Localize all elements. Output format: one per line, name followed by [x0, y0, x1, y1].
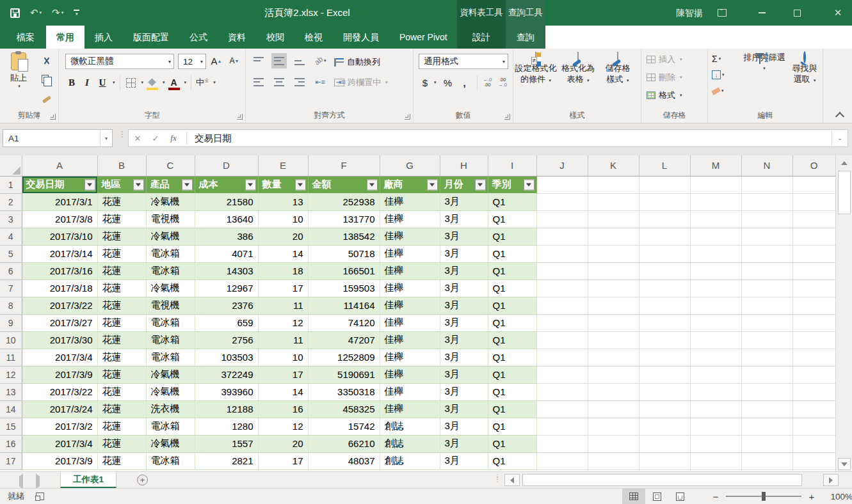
empty-cell[interactable] [588, 349, 639, 366]
empty-cell[interactable] [639, 349, 690, 366]
cell-D9[interactable]: 659 [195, 314, 258, 331]
cell-F4[interactable]: 138542 [308, 228, 380, 245]
empty-cell[interactable] [639, 262, 690, 280]
cell-G2[interactable]: 佳櫸 [380, 193, 440, 210]
cell-C4[interactable]: 冷氣機 [146, 228, 195, 245]
accounting-format-button[interactable]: $ [419, 75, 431, 90]
empty-cell[interactable] [690, 349, 741, 366]
empty-cell[interactable] [792, 418, 835, 435]
zoom-slider-thumb[interactable] [762, 492, 766, 501]
cell-E12[interactable]: 17 [258, 366, 308, 383]
empty-cell[interactable] [536, 400, 588, 418]
empty-cell[interactable] [741, 176, 792, 193]
empty-cell[interactable] [792, 331, 835, 349]
number-dialog-launcher-icon[interactable] [504, 114, 510, 120]
cell-B6[interactable]: 花蓮 [97, 262, 146, 280]
paste-dropdown-icon[interactable]: ▾ [5, 84, 33, 89]
cell-G3[interactable]: 佳櫸 [380, 210, 440, 228]
redo-button[interactable]: ↷▾ [52, 7, 63, 19]
name-box[interactable]: A1 ▾ [3, 129, 113, 147]
find-select-button[interactable]: 尋找與 選取 ▾ [789, 52, 821, 86]
empty-cell[interactable] [792, 400, 835, 418]
filter-dropdown-icon[interactable] [367, 179, 378, 190]
empty-cell[interactable] [690, 400, 741, 418]
cell-B2[interactable]: 花蓮 [97, 193, 146, 210]
cell-A17[interactable]: 2017/3/9 [22, 452, 97, 469]
cell-I10[interactable]: Q1 [488, 331, 536, 349]
cell-D15[interactable]: 1280 [195, 418, 258, 435]
cell-E6[interactable]: 18 [258, 262, 308, 280]
tab-query[interactable]: 查詢 [506, 26, 545, 49]
cell-H10[interactable]: 3月 [440, 331, 488, 349]
cell-E2[interactable]: 13 [258, 193, 308, 210]
empty-cell[interactable] [536, 280, 588, 297]
normal-view-button[interactable] [622, 489, 645, 504]
cell-A12[interactable]: 2017/3/9 [22, 366, 97, 383]
cell-G9[interactable]: 佳櫸 [380, 314, 440, 331]
cell-F17[interactable]: 48037 [308, 452, 380, 469]
cell-D10[interactable]: 2756 [195, 331, 258, 349]
cell-E15[interactable]: 12 [258, 418, 308, 435]
align-middle-button[interactable] [271, 53, 287, 68]
format-cells-button[interactable]: 格式▾ [647, 90, 682, 101]
column-header-M[interactable]: M [690, 155, 741, 176]
cell-H13[interactable]: 3月 [440, 383, 488, 400]
cell-C12[interactable]: 冷氣機 [146, 366, 195, 383]
copy-button[interactable]: ▾ [37, 72, 56, 86]
empty-cell[interactable] [741, 418, 792, 435]
zoom-percentage[interactable]: 100% [826, 492, 852, 501]
cell-E10[interactable]: 11 [258, 331, 308, 349]
cell-D2[interactable]: 21580 [195, 193, 258, 210]
empty-cell[interactable] [588, 452, 639, 469]
cell-E9[interactable]: 12 [258, 314, 308, 331]
cell-E13[interactable]: 14 [258, 383, 308, 400]
cell-C11[interactable]: 電冰箱 [146, 349, 195, 366]
cell-A8[interactable]: 2017/3/22 [22, 297, 97, 314]
empty-cell[interactable] [792, 176, 835, 193]
cell-G6[interactable]: 佳櫸 [380, 262, 440, 280]
empty-cell[interactable] [536, 418, 588, 435]
cell-F15[interactable]: 15742 [308, 418, 380, 435]
empty-cell[interactable] [536, 262, 588, 280]
cell-C16[interactable]: 冷氣機 [146, 435, 195, 452]
empty-cell[interactable] [741, 331, 792, 349]
empty-cell[interactable] [792, 349, 835, 366]
table-header-cell-1[interactable]: 地區 [97, 176, 146, 193]
column-header-L[interactable]: L [639, 155, 690, 176]
zoom-in-button[interactable]: + [805, 491, 818, 502]
cell-B16[interactable]: 花蓮 [97, 435, 146, 452]
fill-button[interactable]: ↓▾ [712, 68, 725, 81]
cell-D13[interactable]: 393960 [195, 383, 258, 400]
name-box-dropdown-icon[interactable]: ▾ [100, 130, 112, 146]
font-name-combo[interactable]: 微軟正黑體▾ [65, 54, 174, 69]
empty-cell[interactable] [588, 314, 639, 331]
cell-D7[interactable]: 12967 [195, 280, 258, 297]
empty-cell[interactable] [588, 297, 639, 314]
sheet-nav-next-icon[interactable] [36, 476, 40, 486]
cell-C15[interactable]: 電冰箱 [146, 418, 195, 435]
empty-cell[interactable] [536, 435, 588, 452]
empty-cell[interactable] [741, 245, 792, 262]
collapse-ribbon-icon[interactable] [837, 111, 843, 118]
tab-design[interactable]: 設計 [457, 26, 506, 49]
cell-I9[interactable]: Q1 [488, 314, 536, 331]
cell-G14[interactable]: 佳櫸 [380, 400, 440, 418]
sort-filter-button[interactable]: AZ 排序與篩選 ▾ [741, 52, 787, 74]
cell-I13[interactable]: Q1 [488, 383, 536, 400]
empty-cell[interactable] [741, 280, 792, 297]
empty-cell[interactable] [639, 245, 690, 262]
table-header-cell-8[interactable]: 季別 [488, 176, 536, 193]
minimize-button[interactable] [748, 0, 776, 26]
column-header-B[interactable]: B [97, 155, 146, 176]
empty-cell[interactable] [741, 262, 792, 280]
row-header-17[interactable]: 17 [0, 452, 22, 469]
cell-A13[interactable]: 2017/3/22 [22, 383, 97, 400]
share-button[interactable]: 共用 [803, 26, 832, 49]
formula-bar-grip[interactable]: ⋮ [118, 132, 126, 136]
font-color-dropdown-icon[interactable]: ▾ [184, 80, 187, 85]
empty-cell[interactable] [536, 366, 588, 383]
vertical-scroll-thumb[interactable] [838, 171, 851, 214]
cell-B10[interactable]: 花蓮 [97, 331, 146, 349]
cell-E5[interactable]: 14 [258, 245, 308, 262]
empty-cell[interactable] [588, 383, 639, 400]
